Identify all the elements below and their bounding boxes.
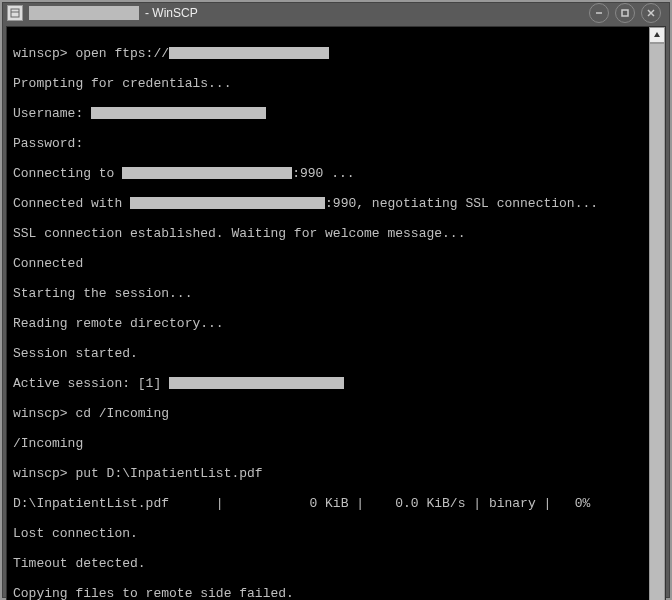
minimize-button[interactable] [589,3,609,23]
app-icon [7,5,23,21]
redacted-host [130,197,325,209]
window-controls [589,3,665,23]
maximize-button[interactable] [615,3,635,23]
cmd-open: open ftps:// [68,46,169,61]
scroll-track[interactable] [649,43,665,600]
redacted-username [91,107,266,119]
cmd-cd: cd /Incoming [68,406,169,421]
cmd-put: put D:\InpatientList.pdf [68,466,263,481]
out-line: Starting the session... [13,286,643,301]
prompt: winscp> [13,46,68,61]
out-line: D:\InpatientList.pdf | 0 KiB | 0.0 KiB/s… [13,496,643,511]
out-line: :990, negotiating SSL connection... [325,196,598,211]
redacted-host [169,47,329,59]
out-line: Lost connection. [13,526,643,541]
out-line: Reading remote directory... [13,316,643,331]
out-line: Prompting for credentials... [13,76,643,91]
redacted-session [169,377,344,389]
close-button[interactable] [641,3,661,23]
out-line: Connected with [13,196,130,211]
prompt: winscp> [13,466,68,481]
vertical-scrollbar[interactable] [649,27,665,600]
svg-rect-3 [622,10,628,16]
out-line: Connecting to [13,166,122,181]
prompt: winscp> [13,406,68,421]
out-line: Timeout detected. [13,556,643,571]
out-line: /Incoming [13,436,643,451]
out-line: SSL connection established. Waiting for … [13,226,643,241]
out-line: Copying files to remote side failed. [13,586,643,600]
out-line: Active session: [1] [13,376,169,391]
title-redacted [29,6,139,20]
redacted-host [122,167,292,179]
out-line: :990 ... [292,166,354,181]
out-line: Username: [13,106,91,121]
out-line: Password: [13,136,643,151]
terminal-output[interactable]: winscp> open ftps:// Prompting for crede… [7,27,649,600]
svg-marker-6 [654,32,660,37]
svg-rect-0 [11,9,19,17]
out-line: Session started. [13,346,643,361]
titlebar[interactable]: - WinSCP [3,3,669,23]
window-title: - WinSCP [145,6,585,20]
terminal-area: winscp> open ftps:// Prompting for crede… [6,26,666,600]
scroll-thumb[interactable] [649,43,665,600]
app-window: - WinSCP winscp> open ftps:// Prompting … [2,2,670,598]
out-line: Connected [13,256,643,271]
scroll-up-button[interactable] [649,27,665,43]
